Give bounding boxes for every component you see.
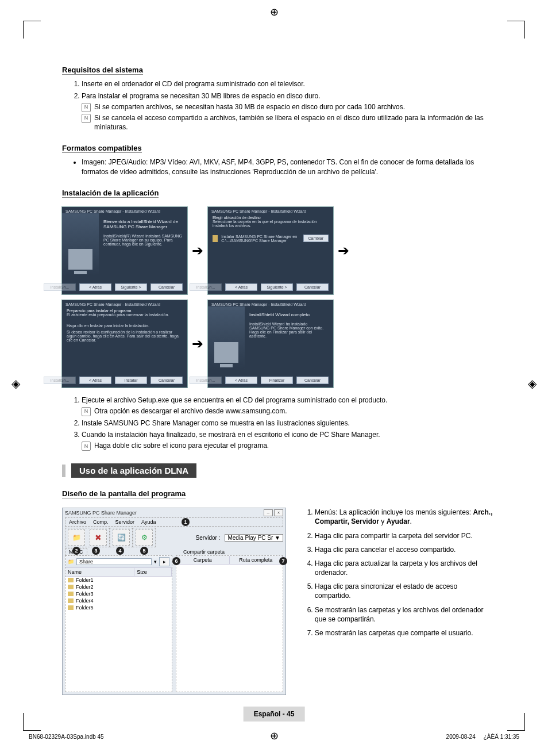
cancel-button[interactable]: Cancelar — [150, 283, 183, 291]
desc-1-a: Menús: La aplicación incluye los menús s… — [315, 508, 473, 516]
list-item[interactable]: Folder3 — [65, 590, 172, 597]
folder-icon — [68, 598, 74, 603]
col-carpeta-header[interactable]: Carpeta — [176, 556, 230, 565]
requisitos-note-2: N Si se cancela el acceso compartido a a… — [82, 113, 499, 133]
back-button[interactable]: < Atrás — [225, 377, 257, 384]
requisitos-note-1-text: Si se comparten archivos, se necesitan h… — [94, 102, 405, 112]
wizard-step2-head: Elegir ubicación de destino — [213, 216, 329, 220]
requisitos-note-2-text: Si se cancela el acceso compartido a arc… — [94, 113, 499, 133]
note-icon: N — [82, 442, 91, 451]
cancel-button[interactable]: Cancelar — [296, 283, 329, 291]
post-install-3-text: Cuando la instalación haya finalizado, s… — [82, 431, 380, 439]
section-title-formatos: Formatos compatibles — [62, 144, 142, 153]
menu-archivo[interactable]: Archivo — [69, 519, 86, 525]
dropdown-icon[interactable]: ▾ — [154, 559, 157, 565]
wizard-step3-head: Preparado para instalar el programa — [67, 309, 183, 313]
requisitos-list: Inserte en el ordenador el CD del progra… — [62, 79, 499, 132]
requisitos-item-2: Para instalar el programa se necesitan 3… — [82, 91, 499, 132]
folder-icon — [68, 605, 74, 610]
wizard-side-image — [62, 213, 99, 275]
folder-name: Folder2 — [76, 584, 94, 590]
menu-comp[interactable]: Comp. — [93, 519, 109, 525]
right-share-pane: Carpeta Ruta completa — [176, 555, 283, 692]
menu-ayuda[interactable]: Ayuda — [141, 519, 156, 525]
wizard-step1-body: InstallShield(R) Wizard instalará SAMSUN… — [103, 234, 183, 246]
sync-button[interactable]: ⚙ — [136, 529, 153, 546]
wizard-step3-body2: Si desea revisar la configuración de la … — [67, 330, 183, 342]
unshare-folder-button[interactable]: ✖ — [90, 529, 107, 546]
change-button[interactable]: Cambiar — [303, 235, 329, 242]
wizard-step4-body: InstallShield Wizard ha instalado SAMSUN… — [249, 322, 329, 338]
install-button[interactable]: Instalar — [115, 377, 147, 384]
print-footer-time: ¿ÀÈÄ 1:31:35 — [484, 734, 519, 740]
post-install-1-note: N Otra opción es descargar el archivo de… — [82, 406, 499, 416]
requisitos-item-1: Inserte en el ordenador el CD del progra… — [82, 79, 499, 89]
window-close-button[interactable]: × — [274, 509, 283, 516]
window-minimize-button[interactable]: – — [264, 509, 273, 516]
folder-icon: 📁 — [68, 559, 74, 565]
wizard-brand-left: InstallSh... — [44, 283, 76, 291]
section-bar-title: Uso de la aplicación DLNA — [71, 463, 196, 478]
post-install-1: Ejecute el archivo Setup.exe que se encu… — [82, 396, 499, 416]
desc-5: Haga clic para sincronizar el estado de … — [315, 582, 493, 600]
wizard-side-image — [208, 306, 245, 369]
screen-description-list: Menús: La aplicación incluye los menús s… — [303, 508, 493, 642]
refresh-button[interactable]: 🔄 — [113, 529, 130, 546]
back-button[interactable]: < Atrás — [79, 377, 111, 384]
requisitos-note-1: N Si se comparten archivos, se necesitan… — [82, 102, 499, 112]
wizard-brand-left: InstallSh... — [190, 283, 222, 291]
back-button[interactable]: < Atrás — [79, 283, 111, 291]
left-folder-pane: 📁 Share ▾ ▸ Name Size — [65, 555, 172, 692]
list-item[interactable]: Folder4 — [65, 597, 172, 604]
col-name-header[interactable]: Name — [65, 568, 134, 576]
server-label: Servidor : — [196, 535, 221, 541]
desc-7: Se mostrarán las carpetas que comparte e… — [315, 628, 493, 638]
server-select[interactable]: Media Play PC Sr ▼ — [225, 534, 283, 542]
wizard-titlebar: SAMSUNG PC Share Manager - InstallShield… — [208, 207, 333, 213]
desc-2: Haga clic para compartir la carpeta del … — [315, 531, 493, 540]
wizard-step3-body1: Haga clic en Instalar para iniciar la in… — [67, 324, 183, 328]
side-arrow-right: ◈ — [528, 377, 537, 390]
col-size-header[interactable]: Size — [134, 568, 172, 576]
requisitos-item-2-text: Para instalar el programa se necesitan 3… — [82, 92, 321, 100]
post-install-3: Cuando la instalación haya finalizado, s… — [82, 430, 499, 451]
install-wizard-step2: SAMSUNG PC Share Manager - InstallShield… — [208, 207, 333, 294]
wizard-titlebar: SAMSUNG PC Share Manager - InstallShield… — [62, 207, 187, 213]
compartir-carpeta-label: Compartir carpeta — [180, 549, 228, 555]
post-install-3-note-text: Haga doble clic sobre el icono para ejec… — [94, 441, 269, 451]
app-menu-bar: Archivo Comp. Servidor Ayuda — [65, 517, 283, 527]
cancel-button[interactable]: Cancelar — [296, 377, 329, 384]
install-wizard-step1: SAMSUNG PC Share Manager - InstallShield… — [62, 207, 187, 294]
col-ruta-header[interactable]: Ruta completa — [230, 556, 283, 565]
wizard-step4-head: InstallShield Wizard completo — [249, 312, 329, 317]
share-path-field[interactable]: Share — [76, 558, 152, 565]
monitor-icon — [214, 342, 238, 363]
formatos-item: Imagen: JPEG/Audio: MP3/ Vídeo: AVI, MKV… — [82, 158, 499, 177]
share-folder-button[interactable]: 📁 — [68, 529, 85, 546]
post-install-1-note-text: Otra opción es descargar el archivo desd… — [94, 406, 287, 416]
desc-1-d: Ayudar — [387, 517, 410, 525]
go-button[interactable]: ▸ — [159, 557, 169, 566]
finish-button[interactable]: Finalizar — [261, 377, 293, 384]
next-button[interactable]: Siguiente > — [115, 283, 147, 291]
post-install-3-note: N Haga doble clic sobre el icono para ej… — [82, 441, 499, 451]
cancel-button[interactable]: Cancelar — [150, 377, 183, 384]
back-button[interactable]: < Atrás — [225, 283, 257, 291]
menu-servidor[interactable]: Servidor — [115, 519, 135, 525]
registration-mark-top: ⊕ — [270, 6, 279, 18]
app-title: SAMSUNG PC Share Manager — [65, 510, 137, 516]
wizard-step3-sub: El asistente está preparado para comenza… — [67, 313, 183, 317]
install-wizard-step3: SAMSUNG PC Share Manager - InstallShield… — [62, 300, 187, 387]
crop-mark-tr — [507, 21, 525, 39]
section-title-requisitos: Requisitos del sistema — [62, 66, 143, 75]
desc-1-c: y — [379, 517, 387, 525]
desc-1-e: . — [410, 517, 412, 525]
folder-icon — [68, 578, 74, 582]
list-item[interactable]: Folder1 — [65, 577, 172, 584]
install-wizard-step4: SAMSUNG PC Share Manager - InstallShield… — [208, 300, 333, 387]
next-button[interactable]: Siguiente > — [261, 283, 293, 291]
wizard-step2-path: Instalar SAMSUNG PC Share Manager en C:\… — [221, 235, 303, 243]
print-footer-date: 2009-08-24 — [446, 734, 476, 740]
list-item[interactable]: Folder2 — [65, 584, 172, 590]
list-item[interactable]: Folder5 — [65, 604, 172, 611]
